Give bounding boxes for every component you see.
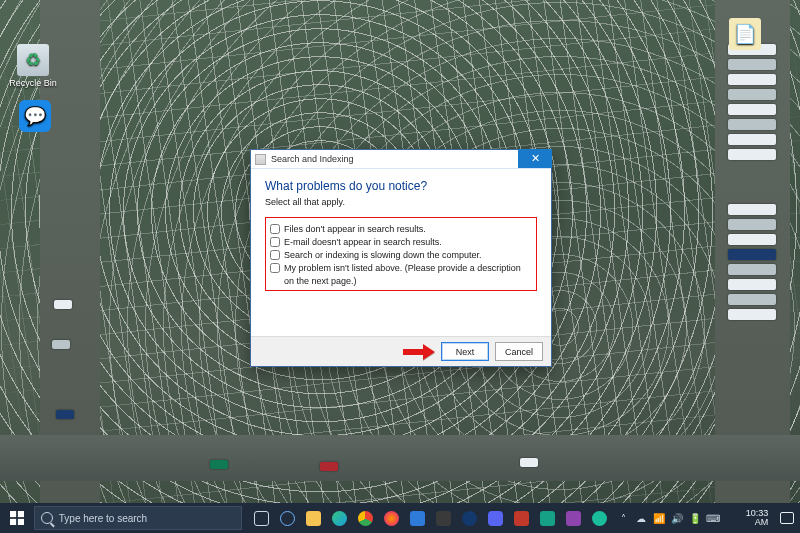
scenery: [520, 458, 538, 467]
option-label: E-mail doesn't appear in search results.: [284, 236, 442, 248]
dialog-body: What problems do you notice? Select all …: [251, 169, 551, 336]
svg-rect-3: [18, 519, 24, 525]
option-label: Files don't appear in search results.: [284, 223, 426, 235]
dialog-title: Search and Indexing: [271, 154, 354, 164]
options-highlight-box: Files don't appear in search results. E-…: [265, 217, 537, 291]
tray-language-icon[interactable]: ⌨: [706, 511, 720, 525]
chat-icon: 💬: [19, 100, 51, 132]
scenery: [54, 300, 72, 309]
tray-battery-icon[interactable]: 🔋: [688, 511, 702, 525]
tray-network-icon[interactable]: 📶: [652, 511, 666, 525]
option-row[interactable]: Search or indexing is slowing down the c…: [270, 249, 532, 261]
taskbar-pinned-apps: [248, 503, 612, 533]
troubleshooter-dialog: Search and Indexing ✕ What problems do y…: [250, 149, 552, 367]
option-row[interactable]: My problem isn't listed above. (Please p…: [270, 262, 532, 286]
option-checkbox-3[interactable]: [270, 250, 280, 260]
notification-icon: [780, 512, 794, 524]
close-icon: ✕: [531, 152, 540, 165]
close-button[interactable]: ✕: [518, 149, 552, 168]
scenery: [56, 410, 74, 419]
tray-volume-icon[interactable]: 🔊: [670, 511, 684, 525]
tray-overflow-button[interactable]: ˄: [616, 511, 630, 525]
taskbar-app-generic-3[interactable]: [560, 503, 586, 533]
taskbar-app-firefox[interactable]: [378, 503, 404, 533]
action-center-button[interactable]: [774, 503, 800, 533]
desktop-icon-label: Recycle Bin: [6, 78, 60, 88]
option-label: Search or indexing is slowing down the c…: [284, 249, 482, 261]
svg-rect-0: [10, 511, 16, 517]
search-placeholder: Type here to search: [59, 513, 147, 524]
dialog-heading: What problems do you notice?: [265, 179, 537, 193]
search-icon: [41, 512, 53, 524]
taskbar-app-store[interactable]: [430, 503, 456, 533]
start-button[interactable]: [0, 503, 34, 533]
option-checkbox-4[interactable]: [270, 263, 280, 273]
option-row[interactable]: Files don't appear in search results.: [270, 223, 532, 235]
tray-onedrive-icon[interactable]: ☁: [634, 511, 648, 525]
option-row[interactable]: E-mail doesn't appear in search results.: [270, 236, 532, 248]
option-checkbox-2[interactable]: [270, 237, 280, 247]
scenery: [52, 340, 70, 349]
scenery: [722, 40, 782, 180]
system-tray: ˄ ☁ 📶 🔊 🔋 ⌨: [612, 511, 724, 525]
window-icon: [255, 154, 266, 165]
taskbar-app-cortana[interactable]: [274, 503, 300, 533]
taskbar-app-explorer[interactable]: [300, 503, 326, 533]
desktop-icon-document[interactable]: 📄: [718, 18, 772, 52]
taskbar-app-chrome[interactable]: [352, 503, 378, 533]
taskbar-app-discord[interactable]: [482, 503, 508, 533]
taskbar-app-generic-1[interactable]: [508, 503, 534, 533]
windows-logo-icon: [10, 511, 24, 525]
cancel-button[interactable]: Cancel: [495, 342, 543, 361]
taskbar-search[interactable]: Type here to search: [34, 506, 243, 530]
desktop-icon-chat-app[interactable]: 💬: [8, 100, 62, 134]
taskbar: Type here to search ˄ ☁ 📶 🔊 🔋 ⌨ 10:33 AM: [0, 503, 800, 533]
next-button[interactable]: Next: [441, 342, 489, 361]
option-checkbox-1[interactable]: [270, 224, 280, 234]
taskbar-app-edge[interactable]: [326, 503, 352, 533]
scenery: [0, 435, 800, 481]
dialog-footer: Next Cancel: [251, 336, 551, 366]
taskbar-clock[interactable]: 10:33 AM: [724, 509, 774, 528]
svg-rect-2: [10, 519, 16, 525]
dialog-titlebar[interactable]: Search and Indexing ✕: [251, 150, 551, 169]
dialog-subheading: Select all that apply.: [265, 197, 537, 207]
document-icon: 📄: [729, 18, 761, 50]
option-label: My problem isn't listed above. (Please p…: [284, 262, 532, 286]
recycle-bin-icon: ♻: [17, 44, 49, 76]
desktop-icon-recycle-bin[interactable]: ♻ Recycle Bin: [6, 44, 60, 88]
taskbar-app-generic-4[interactable]: [586, 503, 612, 533]
taskbar-app-generic-2[interactable]: [534, 503, 560, 533]
task-view-button[interactable]: [248, 503, 274, 533]
taskbar-app-steam[interactable]: [456, 503, 482, 533]
taskbar-app-mail[interactable]: [404, 503, 430, 533]
scenery: [210, 460, 228, 469]
annotation-arrow-icon: [403, 343, 437, 360]
clock-time: 10:33 AM: [730, 509, 768, 528]
scenery: [722, 200, 782, 340]
svg-rect-1: [18, 511, 24, 517]
scenery: [320, 462, 338, 471]
